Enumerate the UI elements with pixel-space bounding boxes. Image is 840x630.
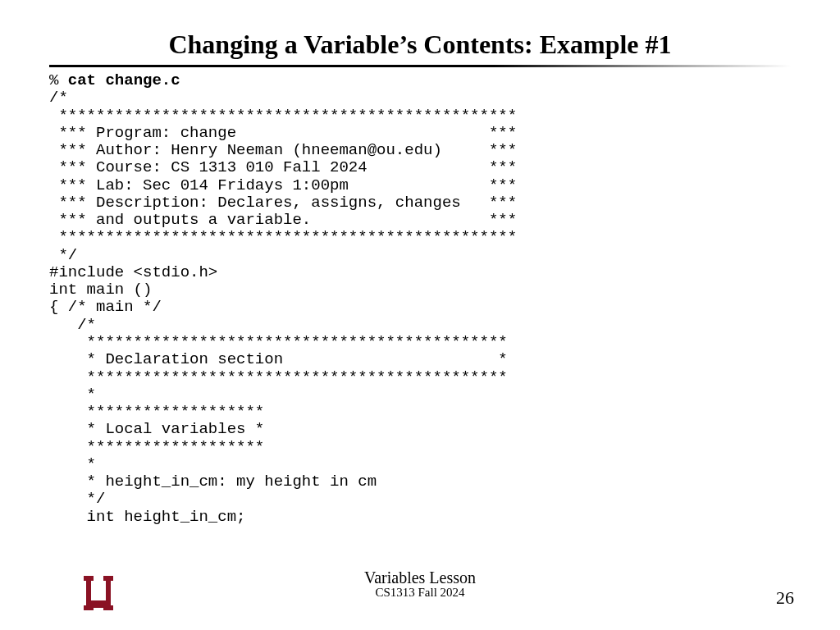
footer-course: CS1313 Fall 2024 [0, 587, 840, 600]
slide: Changing a Variable’s Contents: Example … [0, 0, 840, 630]
footer: Variables Lesson CS1313 Fall 2024 26 [0, 569, 840, 614]
page-number: 26 [776, 587, 794, 609]
shell-prompt: % [49, 71, 68, 89]
source-code: /* *************************************… [49, 89, 517, 525]
footer-lesson: Variables Lesson [0, 569, 840, 587]
shell-command: cat change.c [68, 71, 180, 89]
code-block: % cat change.c /* **********************… [49, 72, 791, 526]
svg-rect-7 [91, 603, 106, 608]
title-underline [49, 65, 791, 67]
footer-center: Variables Lesson CS1313 Fall 2024 [0, 569, 840, 600]
slide-title: Changing a Variable’s Contents: Example … [0, 0, 840, 65]
